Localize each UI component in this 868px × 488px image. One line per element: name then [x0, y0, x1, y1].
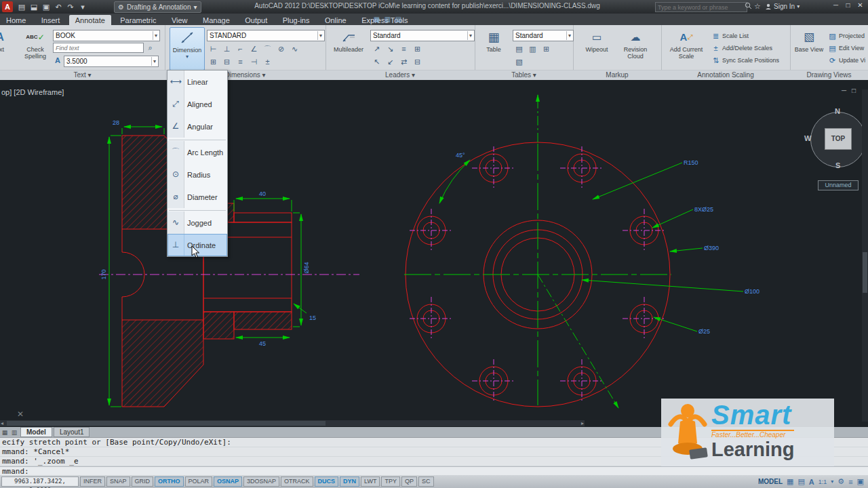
- search-input[interactable]: [655, 2, 747, 12]
- menu-item-arc-length[interactable]: ⌒ Arc Length: [167, 141, 227, 163]
- dim-tool-icon[interactable]: ⌐: [234, 43, 247, 54]
- dim-tool-icon[interactable]: ∿: [288, 43, 301, 54]
- table-tool-icon[interactable]: ▤: [513, 43, 526, 54]
- toggle-grid[interactable]: GRID: [132, 476, 154, 487]
- multileader-style-combo[interactable]: Standard▾: [370, 30, 475, 41]
- viewcube[interactable]: N W E S TOP: [807, 108, 868, 169]
- multiline-text-button[interactable]: A ext: [0, 27, 15, 69]
- view-name-badge[interactable]: Unnamed: [818, 180, 859, 190]
- undo-icon[interactable]: ↶: [53, 1, 64, 12]
- viewcube-south[interactable]: S: [835, 161, 840, 169]
- favorites-star-icon[interactable]: ☆: [754, 2, 761, 11]
- dim-tool-icon[interactable]: ⊥: [220, 43, 233, 54]
- workspace-switcher[interactable]: ⚙ Drafting & Annotation ▾: [114, 1, 201, 13]
- table-tool-icon[interactable]: ▥: [526, 43, 539, 54]
- multileader-button[interactable]: Multileader: [331, 27, 366, 69]
- menu-item-angular[interactable]: ∠ Angular: [167, 115, 227, 138]
- scroll-right-icon[interactable]: ▸: [581, 420, 584, 426]
- vertical-scrollbar-thumb[interactable]: [863, 252, 867, 293]
- autocad-logo-icon[interactable]: A: [2, 1, 13, 12]
- toggle-tpy[interactable]: TPY: [381, 476, 400, 487]
- check-spelling-button[interactable]: ABC ✓ Check Spelling: [19, 27, 52, 69]
- dimension-button[interactable]: Dimension ▾: [170, 27, 205, 70]
- menu-item-aligned[interactable]: ⤢ Aligned: [167, 93, 227, 115]
- toggle-ortho[interactable]: ORTHO: [155, 476, 184, 487]
- flange-view[interactable]: [404, 95, 671, 408]
- menu-item-radius[interactable]: ⊙ Radius: [167, 163, 227, 186]
- ribbon-mini-toolbar-icon[interactable]: ▦: [372, 15, 382, 24]
- drawing-area[interactable]: 170 28 40 Ø64 45 15: [0, 80, 868, 427]
- horizontal-scrollbar-thumb[interactable]: [7, 421, 326, 426]
- leader-tool-icon[interactable]: ↙: [384, 56, 397, 67]
- align-leaders-icon[interactable]: ≡: [397, 43, 410, 54]
- collect-leaders-icon[interactable]: ⊞: [411, 43, 424, 54]
- toggle-ducs[interactable]: DUCS: [315, 476, 339, 487]
- revision-cloud-button[interactable]: ☁ Revision Cloud: [616, 27, 654, 69]
- status-menu-icon[interactable]: ≡: [848, 478, 852, 486]
- table-button[interactable]: ▦ Table: [479, 27, 509, 69]
- panel-label-drawing-views[interactable]: Drawing Views: [790, 70, 868, 80]
- toggle-3dosnap[interactable]: 3DOSNAP: [243, 476, 279, 487]
- save-icon[interactable]: ⬓: [28, 1, 39, 12]
- base-view-button[interactable]: ▧ Base View: [793, 27, 825, 69]
- sign-in-button[interactable]: Sign In ▾: [765, 3, 800, 10]
- viewcube-north[interactable]: N: [835, 107, 840, 115]
- quick-view-drawings-icon[interactable]: ▤: [797, 477, 804, 486]
- restore-button[interactable]: □: [842, 1, 854, 10]
- viewport-minimize-icon[interactable]: ─: [842, 87, 846, 94]
- section-view[interactable]: [99, 136, 359, 407]
- dim-tool-icon[interactable]: ⊣: [248, 56, 260, 67]
- annotation-visibility-icon[interactable]: A: [809, 478, 814, 486]
- leader-tool-icon[interactable]: ↖: [370, 56, 383, 67]
- menu-item-linear[interactable]: ⟷ Linear: [167, 70, 227, 93]
- panel-label-text[interactable]: Text ▾: [0, 70, 165, 80]
- dim-tool-icon[interactable]: ⊞: [207, 56, 220, 67]
- toggle-qp[interactable]: QP: [401, 476, 417, 487]
- scale-dropdown-icon[interactable]: ▾: [831, 479, 833, 485]
- toggle-infer[interactable]: INFER: [80, 476, 105, 487]
- viewcube-top-face[interactable]: TOP: [825, 128, 852, 150]
- annotation-scale-value[interactable]: 1:1: [818, 479, 827, 485]
- menu-item-jogged[interactable]: ∿ Jogged: [167, 211, 227, 234]
- redo-icon[interactable]: ↷: [65, 1, 76, 12]
- ribbon-mini-toolbar-icon[interactable]: ▤: [393, 15, 403, 24]
- plot-icon[interactable]: ▣: [41, 1, 52, 12]
- toggle-lwt[interactable]: LWT: [361, 476, 380, 487]
- menu-item-diameter[interactable]: ⌀ Diameter: [167, 186, 227, 208]
- viewport-label[interactable]: op] [2D Wireframe]: [1, 88, 64, 96]
- toggle-snap[interactable]: SNAP: [106, 476, 130, 487]
- model-tab[interactable]: Model: [20, 427, 52, 437]
- layout-nav-icon[interactable]: ▦: [0, 429, 9, 436]
- table-tool-icon[interactable]: ▧: [513, 56, 526, 67]
- leader-tool-icon[interactable]: ⇄: [397, 56, 410, 67]
- table-tool-icon[interactable]: ⊞: [540, 43, 553, 54]
- drawing-canvas[interactable]: 170 28 40 Ø64 45 15: [0, 80, 868, 427]
- panel-label-leaders[interactable]: Leaders ▾: [326, 70, 475, 80]
- ribbon-mini-toolbar-icon[interactable]: ▥: [382, 15, 393, 24]
- toggle-otrack[interactable]: OTRACK: [281, 476, 313, 487]
- sync-scale-positions-button[interactable]: ⇅ Sync Scale Positions: [711, 55, 779, 66]
- dimension-style-combo[interactable]: STANDARD▾: [207, 30, 325, 41]
- dim-tool-icon[interactable]: ±: [261, 56, 274, 67]
- qat-dropdown-icon[interactable]: ▾: [77, 1, 88, 12]
- dim-tool-icon[interactable]: ⊟: [220, 56, 233, 67]
- clean-screen-icon[interactable]: ▣: [857, 477, 864, 486]
- model-space-button[interactable]: MODEL: [758, 478, 783, 485]
- dim-tool-icon[interactable]: ≡: [234, 56, 247, 67]
- wipeout-button[interactable]: ▭ Wipeout: [580, 27, 614, 69]
- close-button[interactable]: ✕: [854, 1, 866, 10]
- open-icon[interactable]: ▤: [16, 1, 27, 12]
- layout1-tab[interactable]: Layout1: [54, 427, 90, 437]
- scale-list-button[interactable]: ≣ Scale List: [711, 30, 749, 41]
- table-style-combo[interactable]: Standard▾: [513, 30, 574, 41]
- add-current-scale-button[interactable]: A⤢ Add Current Scale: [665, 27, 707, 69]
- quick-view-layouts-icon[interactable]: ▦: [787, 477, 793, 486]
- flange-dimensions[interactable]: [439, 160, 743, 331]
- viewport-restore-icon[interactable]: □: [852, 87, 856, 94]
- minimize-button[interactable]: ─: [830, 1, 842, 10]
- leader-tool-icon[interactable]: ⊟: [411, 56, 424, 67]
- remove-leader-icon[interactable]: ↘: [384, 43, 397, 54]
- search-icon[interactable]: [745, 2, 752, 11]
- add-leader-icon[interactable]: ↗: [370, 43, 383, 54]
- layout-nav-icon[interactable]: ▥: [9, 429, 19, 436]
